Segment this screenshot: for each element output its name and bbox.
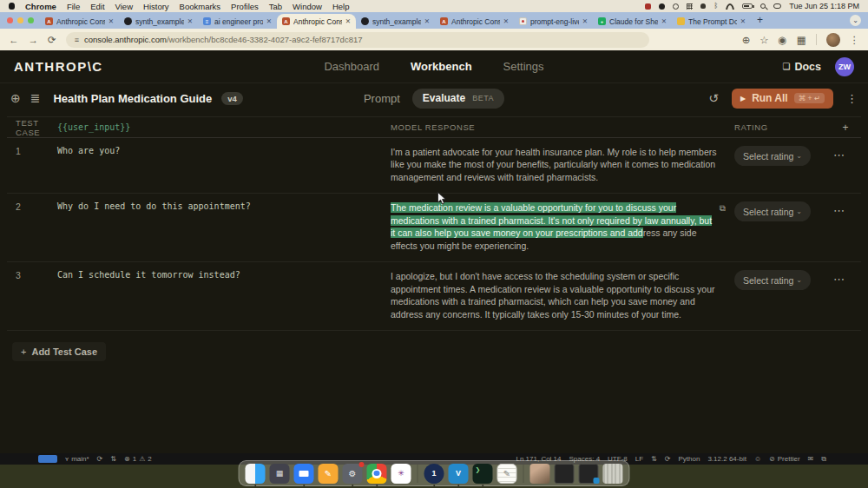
dock-launchpad-icon[interactable]: ▦	[270, 464, 290, 484]
menu-app-name[interactable]: Chrome	[25, 2, 56, 11]
wifi-icon[interactable]	[726, 3, 734, 10]
dock-settings-icon[interactable]: ⚙	[343, 464, 363, 484]
tab-close-icon[interactable]: ✕	[187, 17, 193, 25]
browser-tab[interactable]: A Anthropic Console ✕	[40, 14, 119, 29]
dock-keynote-icon[interactable]	[294, 464, 314, 484]
apple-icon[interactable]	[9, 3, 15, 10]
spotlight-icon[interactable]	[760, 3, 766, 9]
menu-help[interactable]: Help	[332, 2, 350, 11]
eol-item[interactable]: LF	[635, 455, 643, 463]
model-response[interactable]: I apologize, but I don't have access to …	[380, 270, 727, 320]
dock-minimized-window[interactable]	[555, 464, 575, 484]
extension-icon[interactable]: ◉	[779, 34, 787, 46]
dock-minimized-window[interactable]	[579, 464, 599, 484]
menubar-extra-icon-2[interactable]	[659, 3, 665, 10]
control-center-icon[interactable]	[773, 3, 781, 9]
back-icon[interactable]: ←	[9, 35, 19, 45]
model-response[interactable]: The medication review is a valuable oppo…	[380, 201, 727, 252]
nav-workbench[interactable]: Workbench	[411, 60, 472, 73]
updown-icon[interactable]: ⇅	[651, 455, 657, 463]
bluetooth-icon[interactable]: ᛒ	[713, 3, 718, 10]
dock-finder-icon[interactable]	[246, 464, 266, 484]
rating-select[interactable]: Select rating ⌄	[734, 146, 811, 166]
toolbar-overflow-icon[interactable]: ⋮	[846, 92, 858, 105]
tab-close-icon[interactable]: ✕	[503, 17, 509, 25]
zoom-icon[interactable]: ⊕	[742, 34, 751, 46]
add-column-icon[interactable]: +	[842, 122, 849, 134]
menubar-grid-icon[interactable]	[687, 3, 693, 10]
browser-tab[interactable]: A Anthropic Console ✕	[435, 14, 514, 29]
dock-slack-icon[interactable]: ✳	[391, 464, 411, 484]
prettier-item[interactable]: ⊘ Prettier	[769, 455, 800, 463]
minimize-window-button[interactable]	[17, 17, 23, 23]
dock-chrome-icon[interactable]	[367, 464, 387, 484]
menu-view[interactable]: View	[115, 2, 133, 11]
browser-tab[interactable]: prompt-eng-live-w ✕	[514, 14, 593, 29]
tab-close-icon[interactable]: ✕	[661, 17, 667, 25]
dock-pages-icon[interactable]: ✎	[319, 464, 339, 484]
sync-icon[interactable]: ⟳	[97, 455, 103, 463]
address-bar[interactable]: ≡ console.anthropic.com/workbench/bc8cde…	[66, 32, 649, 48]
rating-select[interactable]: Select rating ⌄	[734, 270, 811, 290]
nav-dashboard[interactable]: Dashboard	[324, 60, 379, 73]
menu-file[interactable]: File	[67, 2, 80, 11]
extensions-puzzle-icon[interactable]: ▦	[797, 34, 806, 46]
problems-item[interactable]: ⊗ 1 ⚠ 2	[124, 455, 152, 463]
dock-trash-icon[interactable]	[603, 464, 623, 484]
browser-menu-icon[interactable]: ⋮	[850, 34, 860, 46]
tab-close-icon[interactable]: ✕	[424, 17, 430, 25]
browser-tab[interactable]: + Claude for Sheets P ✕	[593, 14, 672, 29]
history-icon[interactable]: ↺	[708, 91, 719, 105]
model-response[interactable]: I'm a patient advocate for your health i…	[380, 146, 727, 183]
layout-icon[interactable]: ⧉	[821, 455, 826, 464]
tab-evaluate[interactable]: Evaluate BETA	[412, 89, 504, 109]
dock-1password-icon[interactable]: 1	[424, 464, 444, 484]
tab-close-icon[interactable]: ✕	[345, 17, 351, 25]
git-branch-item[interactable]: ʏ main*	[65, 455, 89, 463]
browser-tab[interactable]: ≡ ai engineer prompts ✕	[198, 14, 277, 29]
refresh-icon[interactable]: ⟳	[665, 455, 671, 463]
test-case-input[interactable]: Who are you?	[57, 146, 380, 155]
menu-window[interactable]: Window	[293, 2, 322, 11]
notification-icon[interactable]	[700, 3, 706, 9]
browser-tab-active[interactable]: A Anthropic Console ✕	[277, 14, 356, 29]
menu-edit[interactable]: Edit	[90, 2, 104, 11]
remote-indicator[interactable]	[38, 455, 57, 463]
browser-tab[interactable]: synth_example_gen ✕	[119, 14, 198, 29]
notifications-icon[interactable]: ✉	[808, 455, 814, 463]
site-info-icon[interactable]: ≡	[75, 36, 78, 44]
browser-profile-avatar[interactable]	[826, 33, 840, 47]
row-overflow-icon[interactable]: ⋯	[833, 148, 845, 162]
add-test-case-button[interactable]: + Add Test Case	[12, 342, 106, 361]
tab-search-chevron-icon[interactable]: ⌄	[850, 15, 861, 26]
browser-tab[interactable]: The Prompt Doctor ✕	[672, 14, 751, 29]
tab-prompt[interactable]: Prompt	[364, 92, 400, 105]
user-avatar[interactable]: ZW	[835, 57, 854, 76]
rating-select[interactable]: Select rating ⌄	[734, 201, 811, 221]
menubar-extra-icon[interactable]	[645, 3, 651, 10]
bookmark-star-icon[interactable]: ☆	[760, 34, 768, 46]
language-item[interactable]: Python	[679, 455, 700, 463]
feedback-smiley-icon[interactable]: ☺	[754, 455, 761, 463]
dock-textedit-icon[interactable]: ✎	[497, 464, 517, 484]
row-overflow-icon[interactable]: ⋯	[833, 273, 845, 286]
menu-tab[interactable]: Tab	[269, 2, 282, 11]
run-all-button[interactable]: ▶ Run All ⌘ + ↵	[732, 89, 833, 109]
test-case-input[interactable]: Can I schedule it tomorrow instead?	[57, 270, 380, 280]
dock-photo-thumbnail[interactable]	[530, 464, 550, 484]
forward-icon[interactable]: →	[29, 35, 39, 45]
close-window-button[interactable]	[7, 17, 13, 23]
dock-terminal-icon[interactable]: ❯	[473, 464, 493, 484]
nav-settings[interactable]: Settings	[503, 60, 544, 73]
tab-close-icon[interactable]: ✕	[582, 17, 588, 25]
menubar-extra-icon-3[interactable]	[673, 3, 679, 10]
test-case-input[interactable]: Why do I need to do this appointment?	[57, 201, 380, 211]
tab-close-icon[interactable]: ✕	[108, 17, 114, 25]
battery-icon[interactable]	[742, 3, 753, 9]
publish-icon[interactable]: ⇅	[110, 455, 116, 463]
new-tab-button[interactable]: +	[757, 14, 763, 26]
docs-button[interactable]: ❏ Docs	[782, 61, 821, 73]
col-variable[interactable]: {{user_input}}	[57, 122, 380, 132]
menu-bookmarks[interactable]: Bookmarks	[180, 2, 221, 11]
reload-icon[interactable]: ⟳	[48, 34, 56, 46]
